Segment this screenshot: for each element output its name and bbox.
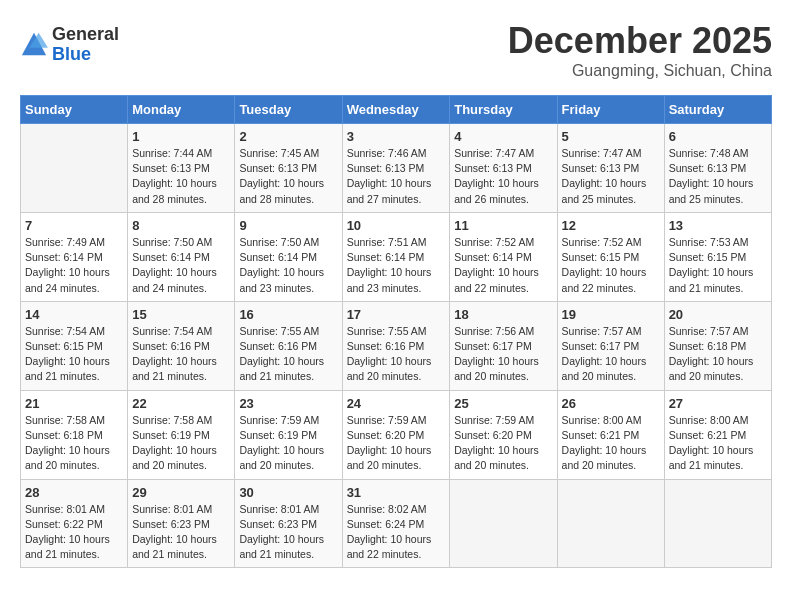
day-number: 17	[347, 307, 446, 322]
day-number: 20	[669, 307, 767, 322]
month-title: December 2025	[508, 20, 772, 62]
header-cell-tuesday: Tuesday	[235, 96, 342, 124]
day-number: 23	[239, 396, 337, 411]
day-number: 18	[454, 307, 552, 322]
day-number: 14	[25, 307, 123, 322]
header-cell-friday: Friday	[557, 96, 664, 124]
day-cell: 19Sunrise: 7:57 AMSunset: 6:17 PMDayligh…	[557, 301, 664, 390]
day-number: 9	[239, 218, 337, 233]
day-cell: 21Sunrise: 7:58 AMSunset: 6:18 PMDayligh…	[21, 390, 128, 479]
day-cell: 26Sunrise: 8:00 AMSunset: 6:21 PMDayligh…	[557, 390, 664, 479]
day-number: 29	[132, 485, 230, 500]
day-cell: 14Sunrise: 7:54 AMSunset: 6:15 PMDayligh…	[21, 301, 128, 390]
day-number: 11	[454, 218, 552, 233]
day-info: Sunrise: 7:48 AMSunset: 6:13 PMDaylight:…	[669, 146, 767, 207]
day-cell: 17Sunrise: 7:55 AMSunset: 6:16 PMDayligh…	[342, 301, 450, 390]
day-number: 21	[25, 396, 123, 411]
day-cell: 28Sunrise: 8:01 AMSunset: 6:22 PMDayligh…	[21, 479, 128, 568]
day-cell: 8Sunrise: 7:50 AMSunset: 6:14 PMDaylight…	[128, 212, 235, 301]
header-cell-thursday: Thursday	[450, 96, 557, 124]
day-cell: 9Sunrise: 7:50 AMSunset: 6:14 PMDaylight…	[235, 212, 342, 301]
day-cell: 30Sunrise: 8:01 AMSunset: 6:23 PMDayligh…	[235, 479, 342, 568]
day-info: Sunrise: 7:47 AMSunset: 6:13 PMDaylight:…	[454, 146, 552, 207]
day-cell: 5Sunrise: 7:47 AMSunset: 6:13 PMDaylight…	[557, 124, 664, 213]
day-info: Sunrise: 7:59 AMSunset: 6:19 PMDaylight:…	[239, 413, 337, 474]
logo-general-text: General	[52, 25, 119, 45]
day-number: 15	[132, 307, 230, 322]
day-info: Sunrise: 7:53 AMSunset: 6:15 PMDaylight:…	[669, 235, 767, 296]
header-row: SundayMondayTuesdayWednesdayThursdayFrid…	[21, 96, 772, 124]
day-cell: 15Sunrise: 7:54 AMSunset: 6:16 PMDayligh…	[128, 301, 235, 390]
week-row-4: 21Sunrise: 7:58 AMSunset: 6:18 PMDayligh…	[21, 390, 772, 479]
day-cell: 2Sunrise: 7:45 AMSunset: 6:13 PMDaylight…	[235, 124, 342, 213]
header-cell-monday: Monday	[128, 96, 235, 124]
day-number: 4	[454, 129, 552, 144]
day-info: Sunrise: 7:44 AMSunset: 6:13 PMDaylight:…	[132, 146, 230, 207]
day-number: 6	[669, 129, 767, 144]
day-number: 27	[669, 396, 767, 411]
header-cell-saturday: Saturday	[664, 96, 771, 124]
day-cell: 11Sunrise: 7:52 AMSunset: 6:14 PMDayligh…	[450, 212, 557, 301]
day-cell: 18Sunrise: 7:56 AMSunset: 6:17 PMDayligh…	[450, 301, 557, 390]
day-cell: 6Sunrise: 7:48 AMSunset: 6:13 PMDaylight…	[664, 124, 771, 213]
day-cell: 29Sunrise: 8:01 AMSunset: 6:23 PMDayligh…	[128, 479, 235, 568]
logo-blue-text: Blue	[52, 45, 119, 65]
day-info: Sunrise: 7:58 AMSunset: 6:19 PMDaylight:…	[132, 413, 230, 474]
calendar-header: SundayMondayTuesdayWednesdayThursdayFrid…	[21, 96, 772, 124]
day-number: 8	[132, 218, 230, 233]
day-cell: 31Sunrise: 8:02 AMSunset: 6:24 PMDayligh…	[342, 479, 450, 568]
day-info: Sunrise: 8:01 AMSunset: 6:23 PMDaylight:…	[239, 502, 337, 563]
title-area: December 2025 Guangming, Sichuan, China	[508, 20, 772, 80]
day-number: 10	[347, 218, 446, 233]
calendar-table: SundayMondayTuesdayWednesdayThursdayFrid…	[20, 95, 772, 568]
day-cell	[557, 479, 664, 568]
day-cell: 10Sunrise: 7:51 AMSunset: 6:14 PMDayligh…	[342, 212, 450, 301]
day-cell	[450, 479, 557, 568]
logo: General Blue	[20, 25, 119, 65]
location-title: Guangming, Sichuan, China	[508, 62, 772, 80]
logo-icon	[20, 31, 48, 59]
day-info: Sunrise: 7:45 AMSunset: 6:13 PMDaylight:…	[239, 146, 337, 207]
day-info: Sunrise: 7:56 AMSunset: 6:17 PMDaylight:…	[454, 324, 552, 385]
day-info: Sunrise: 7:57 AMSunset: 6:18 PMDaylight:…	[669, 324, 767, 385]
day-number: 30	[239, 485, 337, 500]
day-number: 31	[347, 485, 446, 500]
day-number: 16	[239, 307, 337, 322]
day-info: Sunrise: 8:02 AMSunset: 6:24 PMDaylight:…	[347, 502, 446, 563]
day-info: Sunrise: 7:50 AMSunset: 6:14 PMDaylight:…	[132, 235, 230, 296]
day-cell	[664, 479, 771, 568]
day-info: Sunrise: 7:58 AMSunset: 6:18 PMDaylight:…	[25, 413, 123, 474]
logo-text: General Blue	[52, 25, 119, 65]
day-number: 1	[132, 129, 230, 144]
day-cell: 23Sunrise: 7:59 AMSunset: 6:19 PMDayligh…	[235, 390, 342, 479]
day-number: 24	[347, 396, 446, 411]
day-info: Sunrise: 7:52 AMSunset: 6:14 PMDaylight:…	[454, 235, 552, 296]
week-row-3: 14Sunrise: 7:54 AMSunset: 6:15 PMDayligh…	[21, 301, 772, 390]
day-cell: 1Sunrise: 7:44 AMSunset: 6:13 PMDaylight…	[128, 124, 235, 213]
day-number: 5	[562, 129, 660, 144]
day-cell: 27Sunrise: 8:00 AMSunset: 6:21 PMDayligh…	[664, 390, 771, 479]
day-number: 12	[562, 218, 660, 233]
week-row-5: 28Sunrise: 8:01 AMSunset: 6:22 PMDayligh…	[21, 479, 772, 568]
day-info: Sunrise: 8:01 AMSunset: 6:23 PMDaylight:…	[132, 502, 230, 563]
week-row-1: 1Sunrise: 7:44 AMSunset: 6:13 PMDaylight…	[21, 124, 772, 213]
day-cell: 20Sunrise: 7:57 AMSunset: 6:18 PMDayligh…	[664, 301, 771, 390]
week-row-2: 7Sunrise: 7:49 AMSunset: 6:14 PMDaylight…	[21, 212, 772, 301]
header-cell-sunday: Sunday	[21, 96, 128, 124]
day-cell: 16Sunrise: 7:55 AMSunset: 6:16 PMDayligh…	[235, 301, 342, 390]
day-info: Sunrise: 7:51 AMSunset: 6:14 PMDaylight:…	[347, 235, 446, 296]
day-info: Sunrise: 7:46 AMSunset: 6:13 PMDaylight:…	[347, 146, 446, 207]
day-number: 26	[562, 396, 660, 411]
day-info: Sunrise: 7:50 AMSunset: 6:14 PMDaylight:…	[239, 235, 337, 296]
day-cell: 24Sunrise: 7:59 AMSunset: 6:20 PMDayligh…	[342, 390, 450, 479]
day-cell: 3Sunrise: 7:46 AMSunset: 6:13 PMDaylight…	[342, 124, 450, 213]
day-info: Sunrise: 7:54 AMSunset: 6:15 PMDaylight:…	[25, 324, 123, 385]
calendar-body: 1Sunrise: 7:44 AMSunset: 6:13 PMDaylight…	[21, 124, 772, 568]
day-cell	[21, 124, 128, 213]
day-number: 7	[25, 218, 123, 233]
day-number: 19	[562, 307, 660, 322]
day-info: Sunrise: 7:49 AMSunset: 6:14 PMDaylight:…	[25, 235, 123, 296]
day-info: Sunrise: 8:00 AMSunset: 6:21 PMDaylight:…	[562, 413, 660, 474]
day-cell: 13Sunrise: 7:53 AMSunset: 6:15 PMDayligh…	[664, 212, 771, 301]
header-cell-wednesday: Wednesday	[342, 96, 450, 124]
